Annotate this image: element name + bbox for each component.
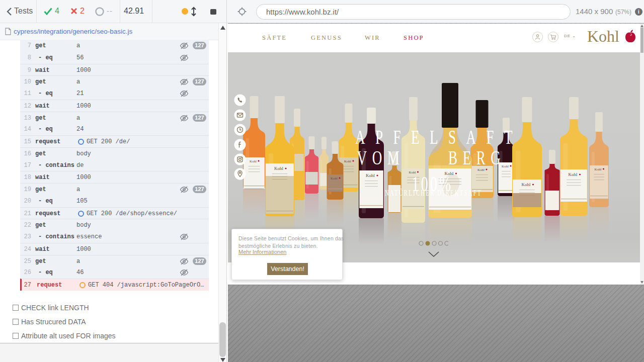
svg-text:Kohl: Kohl [569,172,578,177]
svg-text:Kohl: Kohl [595,167,602,171]
svg-text:Kohl: Kohl [274,166,283,171]
svg-text:Kohl: Kohl [250,159,257,163]
